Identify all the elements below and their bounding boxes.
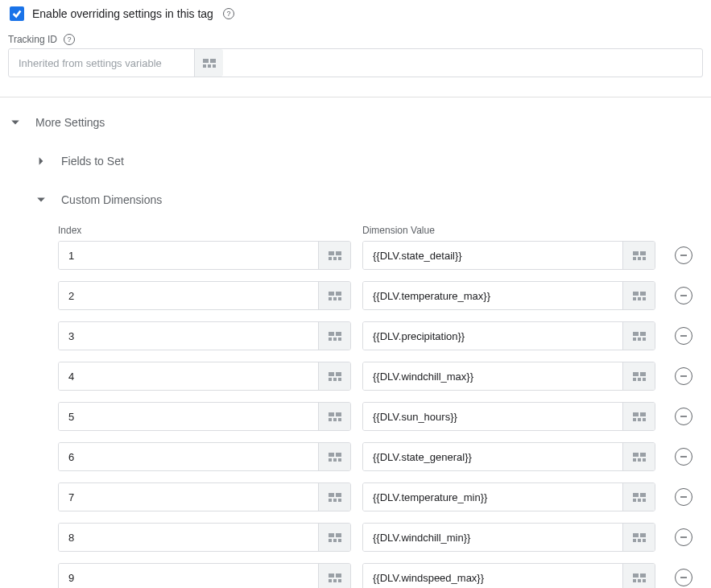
svg-rect-24 (638, 297, 641, 300)
tracking-id-label-row: Tracking ID ? (8, 34, 703, 45)
index-column-label: Index (58, 225, 351, 236)
svg-rect-0 (203, 59, 209, 63)
remove-row-button[interactable] (675, 327, 692, 345)
variable-picker-button[interactable] (622, 322, 655, 350)
svg-rect-9 (338, 257, 341, 260)
svg-rect-4 (213, 64, 216, 68)
variable-picker-button[interactable] (318, 524, 350, 551)
remove-row-button[interactable] (675, 569, 692, 586)
dimension-value-input[interactable] (363, 443, 622, 470)
variable-picker-button[interactable] (622, 483, 655, 511)
dimension-index-input[interactable] (59, 443, 318, 470)
minus-icon (680, 533, 688, 541)
dimension-value-input[interactable] (363, 524, 622, 551)
brick-icon (633, 372, 646, 381)
svg-rect-91 (643, 539, 646, 542)
variable-picker-button[interactable] (318, 403, 350, 430)
variable-picker-button[interactable] (622, 443, 655, 470)
dimension-index-input[interactable] (59, 242, 318, 269)
value-input-group (362, 482, 655, 511)
svg-rect-2 (203, 64, 206, 68)
brick-icon (329, 372, 341, 381)
dimension-index-input[interactable] (59, 282, 318, 309)
dimension-value-input[interactable] (363, 564, 622, 588)
more-settings-toggle[interactable]: More Settings (8, 112, 703, 133)
dimension-value-input[interactable] (363, 322, 622, 350)
svg-rect-10 (633, 251, 639, 255)
custom-dimensions-toggle[interactable]: Custom Dimensions (34, 189, 703, 210)
dimension-index-input[interactable] (59, 403, 318, 430)
dimension-index-input[interactable] (59, 564, 318, 588)
value-input-group (362, 241, 655, 270)
svg-rect-76 (633, 493, 639, 497)
fields-to-set-title: Fields to Set (61, 155, 124, 168)
variable-picker-button[interactable] (194, 49, 223, 77)
svg-rect-25 (643, 297, 646, 300)
svg-rect-42 (338, 378, 341, 381)
brick-icon (329, 574, 341, 582)
variable-picker-button[interactable] (318, 564, 350, 588)
variable-picker-button[interactable] (318, 362, 350, 390)
remove-row-button[interactable] (675, 408, 692, 425)
remove-row-button[interactable] (675, 246, 692, 264)
variable-picker-button[interactable] (318, 242, 350, 269)
dimension-row (58, 281, 703, 310)
dimension-value-input[interactable] (363, 362, 622, 390)
dimension-index-input[interactable] (59, 483, 318, 511)
dimension-index-input[interactable] (59, 524, 318, 551)
brick-icon (633, 453, 646, 462)
variable-picker-button[interactable] (318, 483, 350, 511)
dimension-value-input[interactable] (363, 403, 622, 430)
value-column-label: Dimension Value (362, 225, 435, 236)
dimension-row (58, 241, 703, 270)
index-input-group (58, 563, 351, 588)
dimension-index-input[interactable] (59, 362, 318, 390)
remove-row-button[interactable] (675, 528, 692, 546)
help-icon[interactable]: ? (223, 8, 234, 19)
svg-rect-71 (329, 493, 334, 497)
svg-rect-16 (329, 292, 334, 296)
remove-row-button[interactable] (675, 488, 692, 506)
svg-rect-13 (638, 257, 641, 260)
fields-to-set-toggle[interactable]: Fields to Set (34, 151, 703, 172)
svg-rect-97 (338, 579, 341, 582)
help-icon[interactable]: ? (64, 34, 75, 45)
dimension-value-input[interactable] (363, 483, 622, 511)
tracking-id-input[interactable] (9, 49, 194, 77)
variable-picker-button[interactable] (622, 242, 655, 269)
dimension-index-input[interactable] (59, 322, 318, 350)
variable-picker-button[interactable] (622, 362, 655, 390)
variable-picker-button[interactable] (318, 322, 350, 350)
svg-rect-87 (633, 533, 639, 537)
remove-row-button[interactable] (675, 367, 692, 385)
svg-rect-39 (336, 372, 341, 376)
brick-icon (203, 59, 216, 68)
svg-rect-44 (640, 372, 646, 376)
svg-rect-18 (329, 297, 332, 300)
variable-picker-button[interactable] (622, 282, 655, 309)
variable-picker-button[interactable] (318, 443, 350, 470)
svg-rect-73 (329, 499, 332, 502)
svg-rect-12 (633, 257, 636, 260)
override-checkbox[interactable] (10, 6, 24, 21)
index-input-group (58, 281, 351, 310)
variable-picker-button[interactable] (318, 282, 350, 309)
minus-icon (680, 292, 688, 300)
svg-rect-74 (333, 499, 337, 502)
divider (0, 97, 711, 97)
variable-picker-button[interactable] (622, 564, 655, 588)
svg-rect-78 (633, 499, 636, 502)
svg-rect-31 (338, 337, 341, 341)
remove-row-button[interactable] (675, 448, 692, 466)
minus-icon (680, 251, 688, 259)
dimension-value-input[interactable] (363, 242, 622, 269)
dimension-row (58, 321, 703, 350)
variable-picker-button[interactable] (622, 524, 655, 551)
index-input-group (58, 402, 351, 431)
remove-row-button[interactable] (675, 287, 692, 304)
dimension-value-input[interactable] (363, 282, 622, 309)
svg-rect-54 (633, 412, 639, 416)
more-settings-title: More Settings (35, 116, 105, 129)
variable-picker-button[interactable] (622, 403, 655, 430)
svg-rect-14 (643, 257, 646, 260)
